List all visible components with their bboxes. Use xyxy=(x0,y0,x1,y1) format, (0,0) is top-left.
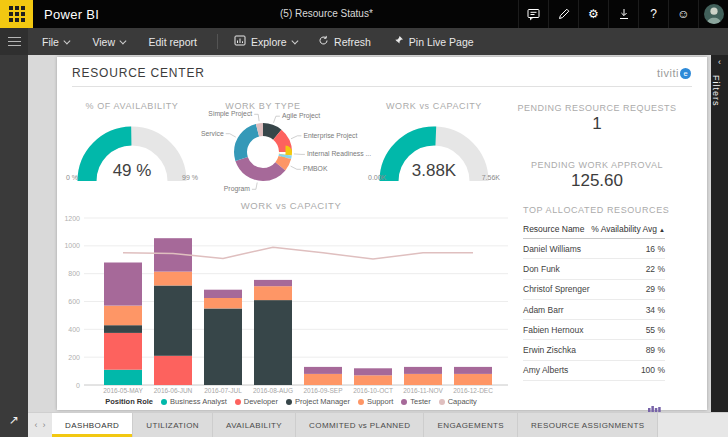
menu-edit-report[interactable]: Edit report xyxy=(149,36,197,48)
bar-segment[interactable] xyxy=(454,367,492,374)
download-icon[interactable] xyxy=(608,0,638,28)
tab-scroll-right-icon[interactable]: › xyxy=(43,420,46,430)
title-divider xyxy=(72,86,692,87)
donut-slice-label: PMBOK xyxy=(303,165,328,172)
tab-resource-assignments[interactable]: RESOURCE ASSIGNMENTS xyxy=(518,413,658,437)
bar-segment[interactable] xyxy=(304,367,342,374)
filters-panel[interactable]: ‹ Filters xyxy=(711,55,728,412)
table-title: TOP ALLOCATED RESOURCES xyxy=(523,205,665,215)
column-availability[interactable]: % Availability Avg▲ xyxy=(591,224,665,234)
smiley-feedback-icon[interactable]: ☺ xyxy=(668,0,698,28)
table-row[interactable]: Amy Alberts100 % xyxy=(523,361,665,381)
availability-cell: 55 % xyxy=(646,325,665,335)
table-row[interactable]: Adam Barr34 % xyxy=(523,300,665,320)
menu-explore[interactable]: Explore xyxy=(234,35,296,48)
pending-approval-value: 125.60 xyxy=(509,171,685,191)
legend-dot-icon xyxy=(161,399,167,405)
pending-approval-label: PENDING WORK APPROVAL xyxy=(509,160,685,170)
legend-dot-icon xyxy=(235,399,241,405)
donut-slice-label: Internal Readiness ... xyxy=(307,150,371,157)
bar-segment[interactable] xyxy=(204,290,242,298)
explore-icon xyxy=(234,35,246,48)
pending-requests-value: 1 xyxy=(509,114,685,134)
bar-segment[interactable] xyxy=(404,374,442,385)
column-resource-name[interactable]: Resource Name xyxy=(523,224,584,234)
svg-text:2016-11-NOV: 2016-11-NOV xyxy=(403,387,443,394)
tab-engagements[interactable]: ENGAGEMENTS xyxy=(424,413,518,437)
svg-text:600: 600 xyxy=(68,298,80,305)
bar-segment[interactable] xyxy=(204,309,242,386)
sort-ascending-icon[interactable]: ▲ xyxy=(659,227,665,233)
availability-cell: 89 % xyxy=(646,345,665,355)
resource-name-cell: Daniel Williams xyxy=(523,244,581,254)
work-capacity-gauge[interactable]: WORK vs CAPACITY 3.88K 0.00K 7.56K xyxy=(364,101,504,213)
comment-icon[interactable] xyxy=(518,0,548,28)
bar-segment[interactable] xyxy=(154,272,192,286)
tab-scroll-left-icon[interactable]: ‹ xyxy=(35,420,38,430)
expand-diagonal-arrow-icon[interactable]: ↗ xyxy=(0,413,28,427)
bar-segment[interactable] xyxy=(104,370,142,385)
donut-slice-label: Program xyxy=(224,185,250,193)
bar-segment[interactable] xyxy=(154,356,192,385)
bar-segment[interactable] xyxy=(104,263,142,306)
column-availability-label: % Availability Avg xyxy=(591,224,657,234)
report-menu-bar: File View Edit report Explore Refresh Pi… xyxy=(0,28,728,55)
app-launcher-waffle-icon[interactable] xyxy=(0,0,33,28)
work-by-type-donut[interactable]: Agile ProjectEnterprise ProjectInternal … xyxy=(167,97,377,207)
bar-segment[interactable] xyxy=(204,298,242,308)
bar-segment[interactable] xyxy=(154,286,192,356)
svg-text:2016-07-JUL: 2016-07-JUL xyxy=(204,387,242,394)
user-avatar[interactable] xyxy=(698,0,728,28)
app-name: Power BI xyxy=(44,7,99,22)
svg-text:2016-09-SEP: 2016-09-SEP xyxy=(303,387,342,394)
report-tab-bar: ‹ › DASHBOARDUTILIZATIONAVAILABILITYCOMM… xyxy=(28,412,728,437)
bar-segment[interactable] xyxy=(254,300,292,385)
work-vs-capacity-chart[interactable]: WORK vs CAPACITY 02004006008001000120020… xyxy=(62,200,520,410)
menu-divider xyxy=(217,34,218,49)
waffle-grid-icon xyxy=(9,6,25,22)
menu-refresh[interactable]: Refresh xyxy=(318,35,371,48)
hamburger-icon[interactable] xyxy=(0,28,28,55)
bar-segment[interactable] xyxy=(304,374,342,385)
collapse-chevron-icon[interactable]: ‹ xyxy=(711,55,728,69)
bar-segment[interactable] xyxy=(354,375,392,385)
top-allocated-resources-table: TOP ALLOCATED RESOURCES Resource Name % … xyxy=(523,205,665,410)
settings-gear-icon[interactable]: ⚙ xyxy=(578,0,608,28)
edit-pencil-icon[interactable] xyxy=(548,0,578,28)
tab-dashboard[interactable]: DASHBOARD xyxy=(52,413,133,437)
table-body: Daniel Williams16 %Don Funk22 %Christof … xyxy=(523,239,665,381)
brand-globe-icon: e xyxy=(680,68,691,79)
legend-dot-icon xyxy=(439,399,445,405)
bar-segment[interactable] xyxy=(404,367,442,374)
help-button[interactable]: ? xyxy=(638,0,668,28)
tab-utilization[interactable]: UTILIZATION xyxy=(133,413,213,437)
resource-name-cell: Christof Sprenger xyxy=(523,284,590,294)
menu-pin-live-page[interactable]: Pin Live Page xyxy=(393,35,474,48)
bar-segment[interactable] xyxy=(354,368,392,375)
table-row[interactable]: Fabien Hernoux55 % xyxy=(523,320,665,340)
chevron-down-icon xyxy=(64,38,70,44)
tabs-container: DASHBOARDUTILIZATIONAVAILABILITYCOMMITED… xyxy=(52,413,658,437)
bar-segment[interactable] xyxy=(104,306,142,326)
menu-edit-report-label: Edit report xyxy=(149,36,197,48)
left-nav-rail: ↗ xyxy=(0,55,28,437)
table-row[interactable]: Erwin Zischka89 % xyxy=(523,340,665,360)
svg-text:200: 200 xyxy=(68,354,80,361)
gauge-title: WORK vs CAPACITY xyxy=(364,101,504,111)
bar-segment[interactable] xyxy=(104,333,142,370)
bar-segment[interactable] xyxy=(254,286,292,300)
menu-view[interactable]: View xyxy=(92,36,124,48)
tab-commited-vs-planned[interactable]: COMMITED vs PLANNED xyxy=(296,413,424,437)
tab-availability[interactable]: AVAILABILITY xyxy=(213,413,296,437)
availability-cell: 16 % xyxy=(646,244,665,254)
bar-segment[interactable] xyxy=(104,325,142,333)
table-row[interactable]: Daniel Williams16 % xyxy=(523,239,665,259)
bar-segment[interactable] xyxy=(254,280,292,286)
top-app-bar: Power BI (5) Resource Status* ⚙ ? ☺ xyxy=(0,0,728,28)
table-row[interactable]: Don Funk22 % xyxy=(523,259,665,279)
page-title: RESOURCE CENTER xyxy=(72,66,205,80)
menu-file[interactable]: File xyxy=(42,36,68,48)
document-title: (5) Resource Status* xyxy=(280,0,373,28)
table-row[interactable]: Christof Sprenger29 % xyxy=(523,280,665,300)
bar-segment[interactable] xyxy=(454,374,492,385)
